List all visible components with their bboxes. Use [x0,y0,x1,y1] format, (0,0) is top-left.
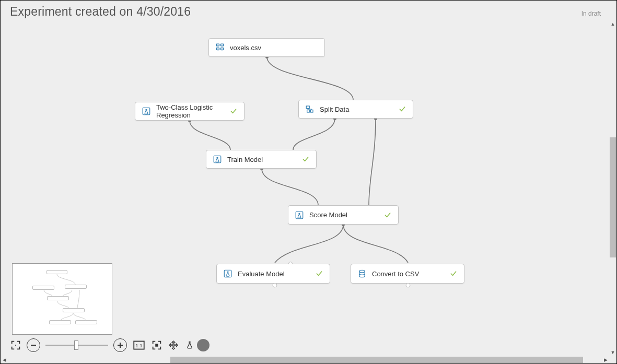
node-score-model[interactable]: Score Model [288,205,399,225]
scrollbar-thumb[interactable] [610,137,616,257]
check-icon [229,107,238,115]
node-train-model[interactable]: Train Model [206,150,317,169]
node-logistic-regression[interactable]: Two-Class Logistic Regression [135,102,245,121]
node-label: Convert to CSV [372,270,444,278]
zoom-to-fit-button[interactable] [151,338,162,352]
check-icon [449,269,458,278]
experiment-canvas-window: Experiment created on 4/30/2016 In draft [0,0,617,364]
toggle-knob[interactable] [197,339,209,351]
svg-point-8 [406,283,410,287]
svg-point-7 [273,283,277,287]
minimap-node [49,320,71,324]
node-label: Split Data [320,105,393,113]
zoom-handle[interactable] [74,340,78,350]
check-icon [315,269,323,278]
flask-icon [223,269,232,278]
check-icon [301,155,310,163]
check-icon [398,105,406,113]
svg-rect-14 [306,106,309,109]
scroll-left-arrow-icon[interactable]: ◀ [1,356,8,363]
actual-size-button[interactable]: 1:1 [132,338,146,352]
zoom-in-button[interactable] [113,338,127,352]
scrollbar-thumb[interactable] [170,357,583,363]
node-label: Two-Class Logistic Regression [156,103,224,119]
zoom-toolbar: 1:1 [10,337,209,353]
svg-text:1:1: 1:1 [135,343,143,348]
minimap-node [32,286,54,290]
scroll-down-arrow-icon[interactable]: ▼ [609,349,616,356]
node-evaluate-model[interactable]: Evaluate Model [216,264,330,284]
minimap-node [65,285,87,289]
node-label: Evaluate Model [238,270,310,278]
node-voxels-csv[interactable]: voxels.csv [208,38,325,57]
minimap[interactable] [12,263,112,335]
fullscreen-button[interactable] [10,338,21,352]
scroll-up-arrow-icon[interactable]: ▲ [609,20,616,28]
svg-rect-9 [216,44,219,46]
flask-icon [295,210,304,220]
vertical-scrollbar[interactable]: ▲ ▼ [609,20,616,356]
minimap-node [63,308,85,312]
svg-point-21 [15,345,16,346]
zoom-slider[interactable] [45,343,108,348]
node-label: voxels.csv [230,44,318,52]
svg-rect-19 [224,270,231,277]
minimap-node [47,296,69,300]
horizontal-scrollbar[interactable]: ◀ ▶ [1,356,609,363]
flask-icon [213,155,222,164]
zoom-out-button[interactable] [27,338,40,352]
dataset-icon [215,43,225,52]
svg-point-20 [359,270,365,273]
flask-icon [142,107,151,116]
node-label: Train Model [227,156,296,163]
svg-rect-15 [307,110,310,113]
pan-button[interactable] [168,338,179,352]
svg-rect-11 [216,48,219,50]
svg-rect-12 [221,48,224,50]
node-label: Score Model [309,211,378,219]
database-icon [357,269,367,278]
minimap-node [46,270,67,274]
split-icon [305,104,315,114]
node-convert-to-csv[interactable]: Convert to CSV [351,264,464,284]
flask-toggle[interactable] [184,339,209,351]
flask-icon [184,340,195,350]
svg-rect-24 [155,344,158,347]
svg-rect-16 [311,110,313,113]
check-icon [383,211,392,219]
svg-rect-10 [221,44,224,46]
scrollbar-track[interactable] [609,28,616,349]
node-split-data[interactable]: Split Data [298,100,413,119]
minimap-node [75,320,97,324]
scroll-right-arrow-icon[interactable]: ▶ [602,356,609,363]
